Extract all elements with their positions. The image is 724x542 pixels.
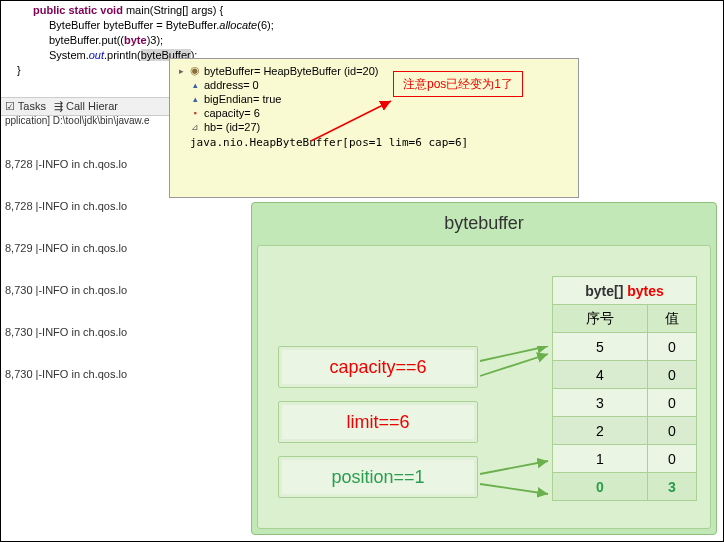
console-line: 8,730 |-INFO in ch.qos.lo (5, 283, 177, 297)
tab-tasks[interactable]: ☑ Tasks (5, 100, 46, 113)
col-index: 序号 (553, 305, 648, 333)
debug-var-hb[interactable]: ⊿hb= (id=27) (176, 120, 572, 134)
svg-line-3 (480, 461, 548, 474)
code-line-3: byteBuffer.put((byte)3); (9, 33, 715, 48)
console-line: 8,728 |-INFO in ch.qos.lo (5, 199, 177, 213)
table-row: 10 (553, 445, 697, 473)
col-value: 值 (647, 305, 696, 333)
bytes-table: byte[] bytes 序号值 50 40 30 20 10 03 (552, 276, 697, 501)
code-line-1: public static void main(String[] args) { (9, 3, 715, 18)
console-line: 8,729 |-INFO in ch.qos.lo (5, 241, 177, 255)
diagram-inner: capacity==6 limit==6 position==1 byte[] … (257, 245, 711, 529)
bytes-header: byte[] bytes (553, 277, 697, 305)
bytebuffer-diagram: bytebuffer capacity==6 limit==6 position… (251, 202, 717, 535)
limit-label: limit==6 (278, 401, 478, 443)
table-row: 50 (553, 333, 697, 361)
svg-line-2 (480, 354, 548, 376)
debug-var-capacity[interactable]: ▪capacity= 6 (176, 106, 572, 120)
debug-tostring: java.nio.HeapByteBuffer[pos=1 lim=6 cap=… (176, 134, 572, 151)
arrows-icon (478, 346, 553, 506)
position-label: position==1 (278, 456, 478, 498)
table-row: 40 (553, 361, 697, 389)
execution-path: pplication] D:\tool\jdk\bin\javaw.e (1, 114, 181, 127)
capacity-label: capacity==6 (278, 346, 478, 388)
svg-line-4 (480, 484, 548, 494)
table-row: 03 (553, 473, 697, 501)
console-line: 8,728 |-INFO in ch.qos.lo (5, 157, 177, 171)
svg-line-1 (480, 346, 548, 361)
table-row: 30 (553, 389, 697, 417)
diagram-title: bytebuffer (252, 203, 716, 240)
console-line: 8,730 |-INFO in ch.qos.lo (5, 367, 177, 381)
tab-call-hierarchy[interactable]: ⇶ Call Hierar (54, 100, 118, 113)
table-row: 20 (553, 417, 697, 445)
console-output[interactable]: 8,728 |-INFO in ch.qos.lo 8,728 |-INFO i… (1, 128, 181, 396)
console-line: 8,730 |-INFO in ch.qos.lo (5, 325, 177, 339)
code-line-2: ByteBuffer byteBuffer = ByteBuffer.alloc… (9, 18, 715, 33)
annotation-box: 注意pos已经变为1了 (393, 71, 523, 97)
